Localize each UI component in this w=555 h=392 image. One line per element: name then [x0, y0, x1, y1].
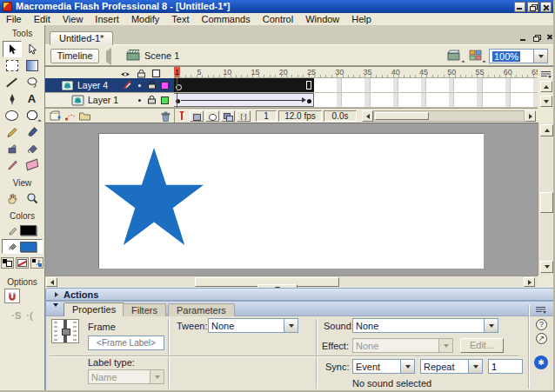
effect-dropdown-button[interactable] — [438, 339, 452, 352]
polystar-tool-icon[interactable] — [23, 107, 42, 123]
stroke-color-control[interactable] — [0, 223, 44, 237]
pencil-tool-icon[interactable] — [3, 123, 22, 140]
swap-colors-button[interactable] — [30, 257, 43, 269]
sound-dropdown-button[interactable] — [484, 319, 498, 332]
timeline-ruler[interactable]: 1 5101520253035404550556065 — [174, 66, 538, 78]
layer-name[interactable]: Layer 1 — [88, 95, 118, 105]
effect-dropdown[interactable]: None — [352, 338, 453, 353]
stage-work-area[interactable] — [45, 123, 538, 276]
popup-window-button[interactable]: ↗ — [536, 333, 547, 344]
edit-symbols-button[interactable] — [469, 50, 483, 63]
stage-scroll-left-button[interactable] — [46, 277, 57, 287]
menu-item-help[interactable]: Help — [345, 14, 378, 24]
tween-dropdown[interactable]: None — [208, 318, 298, 333]
timeline-hscroll-thumb[interactable] — [375, 112, 429, 120]
tab-filters[interactable]: Filters — [123, 303, 166, 316]
stage-vertical-scrollbar[interactable] — [538, 123, 555, 276]
frame-label-input[interactable] — [88, 336, 164, 350]
timeline-toggle-button[interactable]: Timeline — [50, 49, 99, 63]
stage-scroll-up-button[interactable] — [540, 124, 553, 136]
fill-color-control[interactable] — [2, 239, 43, 254]
tab-parameters[interactable]: Parameters — [168, 303, 235, 316]
frame-rate-indicator[interactable]: 12.0 fps — [278, 110, 322, 122]
menu-item-text[interactable]: Text — [165, 14, 195, 24]
properties-panel-header[interactable]: Properties Filters Parameters — [46, 302, 554, 316]
line-tool-icon[interactable] — [3, 74, 22, 90]
menu-item-modify[interactable]: Modify — [125, 14, 165, 24]
collapse-panel-arrow-icon[interactable] — [53, 307, 58, 317]
doc-close-button[interactable] — [545, 33, 555, 43]
flash-player-badge-icon[interactable]: ✱ — [534, 355, 548, 369]
center-frame-button[interactable] — [178, 110, 185, 123]
label-type-dropdown[interactable]: Name — [88, 369, 164, 384]
sync-loop-count-input[interactable] — [488, 359, 523, 374]
modify-onion-markers-button[interactable]: [·] — [237, 110, 251, 122]
scene-name-label[interactable]: Scene 1 — [144, 50, 179, 61]
timeline-hscroll-left-button[interactable] — [362, 110, 373, 122]
text-tool-icon[interactable]: A — [23, 90, 42, 107]
no-color-button[interactable] — [16, 257, 29, 269]
eyedropper-tool-icon[interactable] — [3, 156, 22, 173]
sync-repeat-dropdown-button[interactable] — [468, 360, 482, 373]
title-bar[interactable]: Macromedia Flash Professional 8 - [Untit… — [0, 0, 555, 13]
layer-lock-icon[interactable] — [147, 80, 157, 91]
doc-restore-button[interactable] — [532, 33, 542, 43]
selection-tool-icon[interactable] — [3, 41, 22, 57]
back-arrow-icon[interactable] — [106, 51, 111, 62]
layer1-motion-tween-span[interactable] — [174, 93, 314, 107]
tab-properties[interactable]: Properties — [64, 302, 124, 316]
sync-dropdown[interactable]: Event — [352, 359, 415, 374]
layer-visible-dot[interactable] — [138, 84, 141, 87]
edit-multiple-frames-button[interactable] — [221, 110, 235, 122]
layer-visible-dot[interactable] — [138, 99, 141, 102]
layer-name[interactable]: Layer 4 — [77, 80, 108, 90]
oval-tool-icon[interactable] — [3, 107, 22, 123]
layer-outline-swatch-0[interactable] — [161, 82, 169, 90]
fill-color-swatch[interactable] — [20, 242, 37, 252]
frames-row-layer4[interactable] — [174, 78, 538, 93]
layer4-frame-span[interactable] — [174, 78, 314, 92]
ink-bottle-tool-icon[interactable] — [3, 140, 22, 156]
effect-edit-button[interactable]: Edit... — [460, 338, 504, 353]
timeline-panel-menu-icon[interactable] — [540, 70, 552, 80]
menu-item-insert[interactable]: Insert — [89, 14, 125, 24]
sound-dropdown[interactable]: None — [352, 318, 498, 333]
minimize-button[interactable] — [514, 2, 525, 12]
timeline-scroll-down-button[interactable] — [540, 96, 552, 107]
stage-scroll-down-button[interactable] — [540, 261, 553, 273]
pen-tool-icon[interactable] — [3, 90, 22, 107]
doc-minimize-button[interactable] — [518, 33, 529, 43]
menu-item-commands[interactable]: Commands — [195, 14, 256, 24]
menu-item-edit[interactable]: Edit — [28, 14, 57, 24]
close-button[interactable] — [540, 2, 552, 12]
timeline-hscroll-track[interactable] — [373, 110, 525, 122]
label-type-dropdown-button[interactable] — [150, 370, 164, 383]
stage-canvas[interactable] — [98, 133, 484, 269]
stroke-color-swatch[interactable] — [20, 225, 37, 236]
frames-row-layer1[interactable] — [174, 93, 538, 108]
zoom-level-value[interactable]: 100% — [492, 51, 520, 62]
default-colors-button[interactable] — [1, 257, 14, 269]
layer-lock-icon[interactable] — [147, 95, 157, 106]
timeline-frames-grid[interactable] — [174, 78, 538, 108]
actions-panel-title[interactable]: Actions — [64, 289, 98, 300]
layer-outline-swatch-1[interactable] — [161, 96, 169, 104]
zoom-tool-icon[interactable] — [23, 189, 42, 206]
sync-dropdown-button[interactable] — [400, 360, 414, 373]
zoom-dropdown-button[interactable] — [533, 50, 547, 63]
restore-button[interactable] — [527, 2, 538, 12]
snap-to-objects-button[interactable] — [4, 289, 20, 303]
stage-vscroll-thumb[interactable] — [540, 192, 553, 213]
zoom-level-combobox[interactable]: 100% — [489, 49, 548, 63]
free-transform-tool-icon[interactable] — [3, 57, 22, 74]
sync-repeat-dropdown[interactable]: Repeat — [420, 359, 483, 374]
paint-bucket-tool-icon[interactable] — [23, 140, 42, 156]
menu-item-window[interactable]: Window — [299, 14, 345, 24]
eraser-tool-icon[interactable] — [23, 156, 42, 173]
hand-tool-icon[interactable] — [3, 189, 22, 206]
add-motion-guide-button[interactable] — [64, 110, 78, 122]
actions-panel-header[interactable]: Actions — [45, 288, 555, 301]
menu-item-file[interactable]: File — [0, 14, 28, 24]
stage-star[interactable] — [104, 148, 204, 245]
stage-scroll-right-button[interactable] — [524, 277, 535, 287]
